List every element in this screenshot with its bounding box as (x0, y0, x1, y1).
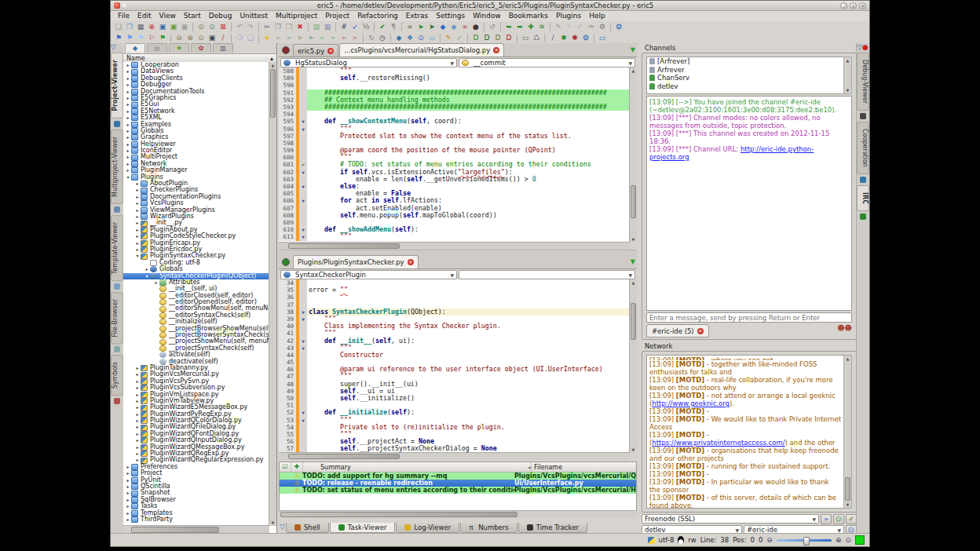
search-next-icon[interactable]: ⊙ (207, 22, 218, 32)
tab-task-viewer[interactable]: Task-Viewer (330, 523, 396, 533)
line-number[interactable]: 38 (279, 308, 296, 316)
line-number[interactable]: 43 (279, 345, 296, 352)
tree-item[interactable]: ▸DocumentationPlugins (123, 194, 269, 200)
margin[interactable] (299, 68, 307, 75)
line-number[interactable]: 39 (279, 316, 296, 323)
line-number[interactable]: 42 (279, 338, 296, 345)
duplicate-icon[interactable]: ❑ (245, 33, 256, 43)
editor-tab[interactable]: ...csPlugins/vcsMercurial/HgStatusDialog… (339, 43, 504, 57)
menu-help[interactable]: Help (585, 11, 609, 21)
line-number[interactable]: 50 (279, 395, 296, 402)
line-number[interactable]: 588 (279, 68, 296, 75)
unittest-icon[interactable]: ✱ (558, 33, 569, 43)
save-as-icon[interactable]: ▣ (168, 22, 179, 32)
vcs-commit-icon[interactable]: ➦ (514, 22, 525, 32)
code-line[interactable]: 611▼ """ (279, 233, 637, 240)
user-row[interactable]: detlev (647, 82, 851, 91)
menu-edit[interactable]: Edit (133, 11, 155, 21)
zoom-in-icon[interactable]: ⊕ (185, 33, 196, 43)
menu-project[interactable]: Project (321, 11, 353, 21)
tab-log-viewer[interactable]: Log-Viewer (396, 523, 459, 533)
task-row[interactable]: ⚠TODO: add support for hg summary --mqPl… (280, 473, 636, 480)
quick-search-icon[interactable]: ∞ (404, 22, 415, 32)
vcs-diff-icon[interactable]: ≋ (536, 22, 547, 32)
close-all-icon[interactable]: ⊠ (218, 22, 229, 32)
collapsed-icon[interactable]: ▸ (125, 82, 131, 88)
menu-settings[interactable]: Settings (432, 11, 469, 21)
collapsed-icon[interactable]: ▸ (125, 75, 131, 82)
collapsed-icon[interactable]: ▸ (125, 134, 131, 140)
fold-arrow-icon[interactable]: ▼ (299, 126, 307, 133)
highlight-icon[interactable]: ∕ (218, 33, 229, 43)
user-row[interactable]: ChanServ (647, 74, 851, 82)
margin[interactable] (299, 147, 307, 154)
code-line[interactable]: 35error = "" (279, 286, 637, 294)
collapsed-icon[interactable]: ▸ (125, 503, 131, 509)
edit-replace-icon[interactable]: ✐ (575, 22, 586, 32)
titlebar[interactable]: eric5 - /home/detlev/Development/Python/… (111, 1, 869, 11)
cut-icon[interactable]: ✂ (261, 22, 272, 32)
collapsed-icon[interactable]: ▸ (134, 411, 141, 418)
completed-column-icon[interactable]: ☑ (280, 462, 291, 472)
priority-column-icon[interactable]: ✚ (291, 462, 303, 472)
expanded-icon[interactable]: ▾ (144, 273, 150, 279)
line-number[interactable]: 52 (279, 409, 296, 416)
code-line[interactable]: 44 Constructor (279, 352, 637, 359)
line-number[interactable]: 55 (279, 431, 296, 438)
collapsed-icon[interactable]: ▸ (134, 424, 141, 430)
window-menu-icon[interactable] (122, 3, 128, 9)
margin[interactable] (299, 82, 307, 89)
task-row[interactable]: ⚠TODO: set status of menu entries accord… (280, 487, 636, 494)
collapsed-icon[interactable]: ▸ (134, 240, 141, 246)
filter-icon[interactable]: ▽ (280, 523, 285, 534)
line-number[interactable]: 598 (279, 140, 296, 147)
tree-item[interactable]: ▸ThirdParty (123, 516, 269, 523)
collapsed-icon[interactable]: ▸ (125, 95, 131, 101)
menu-bookmarks[interactable]: Bookmarks (505, 11, 552, 21)
collapsed-icon[interactable]: ▸ (134, 181, 141, 187)
collapsed-icon[interactable]: ▸ (134, 194, 141, 200)
collapsed-icon[interactable]: ▸ (125, 115, 131, 121)
bookmark-toggle-icon[interactable]: ⚑ (113, 33, 124, 43)
collapsed-icon[interactable]: ▸ (134, 371, 141, 378)
menu-plugins[interactable]: Plugins (552, 11, 585, 21)
network-scrollbar[interactable]: ▲▼ (843, 355, 852, 509)
unittest-script-icon[interactable]: ✱ (569, 33, 580, 43)
copy-icon[interactable]: ❐ (272, 22, 283, 32)
restart-icon[interactable]: ↻ (366, 33, 377, 43)
line-number[interactable]: 599 (279, 147, 296, 154)
tools-icon[interactable]: ✑ (586, 22, 597, 32)
line-number[interactable]: 597 (279, 133, 296, 140)
tree-item[interactable]: ▾Plugins (123, 174, 269, 181)
code-line[interactable]: 589 self.__restoreMissing() (279, 75, 637, 82)
slash-icon[interactable]: ∕ (547, 33, 558, 43)
collapsed-icon[interactable]: ▸ (134, 207, 141, 213)
collapsed-icon[interactable]: ▸ (134, 233, 141, 239)
close-tab-icon[interactable]: ✕ (327, 48, 334, 54)
margin[interactable] (299, 212, 307, 219)
editor-vertical-scrollbar[interactable]: ▲▼ (629, 279, 637, 453)
collapsed-icon[interactable]: ▸ (134, 227, 141, 233)
collapsed-icon[interactable]: ▸ (134, 365, 141, 371)
expanded-icon[interactable]: ▾ (134, 253, 141, 259)
margin[interactable] (299, 388, 307, 395)
collapsed-icon[interactable]: ▸ (134, 444, 141, 451)
step-over-icon[interactable]: ◆ (448, 22, 459, 32)
margin[interactable] (299, 133, 307, 140)
code-line[interactable]: 608 self.menu.popup(self.mapToGlobal(coo… (279, 212, 637, 219)
collapsed-icon[interactable]: ▸ (125, 516, 131, 523)
connect-icon[interactable]: ➢ (821, 514, 832, 524)
fold-arrow-icon[interactable]: ▼ (299, 226, 307, 233)
collapsed-icon[interactable]: ▸ (125, 148, 131, 154)
fold-arrow-icon[interactable]: ▼ (299, 338, 307, 345)
margin[interactable] (299, 104, 307, 111)
fold-arrow-icon[interactable]: ▼ (299, 316, 307, 323)
collapsed-icon[interactable]: ▸ (125, 464, 131, 470)
prev-error-icon[interactable]: ➢ (338, 33, 349, 43)
collapsed-icon[interactable]: ▸ (134, 187, 141, 193)
line-number[interactable]: 601 (279, 161, 296, 168)
close-icon[interactable]: ⊗ (146, 22, 157, 32)
collapsed-icon[interactable]: ▸ (125, 122, 131, 128)
menu-window[interactable]: Window (469, 11, 505, 21)
margin[interactable] (299, 176, 307, 183)
